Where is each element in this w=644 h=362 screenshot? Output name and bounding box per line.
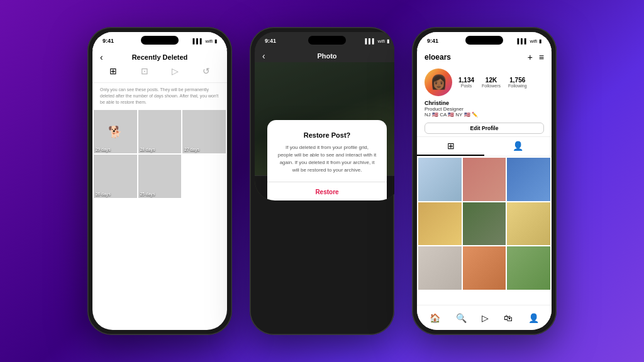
phone3-notch-bar: 9:41 ▌▌▌ wifi ▮: [417, 32, 552, 50]
grid-cell-2[interactable]: 28 days: [138, 110, 182, 153]
phone-3: 9:41 ▌▌▌ wifi ▮ eloears + ≡ 👩🏾 1,134 Pos…: [412, 27, 557, 335]
phone-1: 9:41 ▌▌▌ wifi ▮ ‹ Recently Deleted ⊞ ⊡ ▷…: [87, 27, 232, 335]
profile-bio: Christine Product Designer NJ 🇺🇸 CA 🇺🇸 N…: [417, 99, 552, 120]
tab-clock-icon[interactable]: ↺: [203, 66, 210, 76]
days-label-2: 28 days: [140, 147, 155, 151]
tab-video-icon[interactable]: ▷: [172, 66, 179, 76]
battery-icon2: ▮: [387, 38, 389, 44]
phone2-time: 9:41: [265, 38, 276, 44]
followers-count: 12K: [486, 77, 497, 84]
tab-grid-icon[interactable]: ⊞: [109, 66, 117, 76]
stat-posts: 1,134 Posts: [458, 77, 474, 88]
signal-icon3: ▌▌▌: [517, 38, 528, 44]
tab-tagged-icon[interactable]: 👤: [484, 137, 552, 156]
phone1-title: Recently Deleted: [132, 53, 188, 61]
phone2-screen: 9:41 ▌▌▌ wifi ▮ ‹ Photo Restore Post? If…: [255, 32, 394, 200]
grid-cell-4[interactable]: 26 days: [94, 155, 137, 198]
pcell-1[interactable]: [418, 158, 462, 201]
phone2-topbar: ‹ Photo: [255, 50, 394, 62]
phone1-time: 9:41: [103, 38, 114, 44]
grid-cell-1[interactable]: 29 days: [94, 110, 137, 153]
grid-cell-3[interactable]: 27 days: [182, 110, 226, 153]
stat-followers: 12K Followers: [482, 77, 501, 88]
phone3-time: 9:41: [427, 38, 438, 44]
dialog-body: If you deleted it from your profile grid…: [277, 144, 377, 174]
nav3-home-icon[interactable]: 🏠: [430, 313, 440, 323]
edit-profile-button[interactable]: Edit Profile: [425, 123, 544, 134]
days-label-3: 27 days: [184, 147, 199, 151]
signal-icon: ▌▌▌: [192, 38, 203, 44]
followers-label: Followers: [482, 84, 501, 88]
pcell-3[interactable]: [507, 158, 550, 201]
wifi-icon3: wifi: [530, 38, 537, 44]
wifi-icon2: wifi: [377, 38, 385, 44]
profile-photo-grid: [417, 156, 552, 291]
phone1-notch-pill: [141, 36, 179, 45]
phone1-tabs: ⊞ ⊡ ▷ ↺: [92, 63, 227, 79]
phone2-notch-pill: [308, 36, 346, 45]
phone1-photo-grid: 29 days 28 days 27 days 26 days 25 days: [92, 109, 227, 199]
posts-count: 1,134: [458, 77, 474, 84]
grid-cell-5[interactable]: 25 days: [138, 155, 182, 198]
signal-icon2: ▌▌▌: [365, 38, 375, 44]
phone3-status-icons: ▌▌▌ wifi ▮: [517, 38, 541, 44]
tab-grid-icon[interactable]: ⊞: [417, 137, 484, 156]
back-button[interactable]: ‹: [100, 52, 103, 62]
pcell-7[interactable]: [418, 246, 462, 290]
stats-row: 1,134 Posts 12K Followers 1,756 Followin…: [458, 77, 544, 88]
pcell-9[interactable]: [507, 246, 550, 290]
dialog-title: Restore Post?: [277, 131, 377, 139]
pcell-5[interactable]: [463, 202, 506, 246]
following-label: Following: [508, 84, 527, 88]
phone3-bottom-nav: 🏠 🔍 ▷ 🛍 👤: [417, 305, 552, 330]
nav3-shop-icon[interactable]: 🛍: [504, 313, 513, 323]
pcell-2[interactable]: [463, 158, 506, 201]
profile-job: Product Designer: [425, 106, 544, 112]
phone-2: 9:41 ▌▌▌ wifi ▮ ‹ Photo Restore Post? If…: [250, 27, 394, 335]
profile-info: 👩🏾 1,134 Posts 12K Followers 1,756 Follo…: [417, 65, 552, 99]
phone2-status-icons: ▌▌▌ wifi ▮: [365, 38, 389, 44]
profile-top-icons: + ≡: [528, 52, 544, 62]
pcell-4[interactable]: [418, 202, 462, 246]
stat-following: 1,756 Following: [508, 77, 527, 88]
phone3-notch-pill: [465, 36, 503, 45]
phone2-title: Photo: [317, 52, 336, 60]
wifi-icon: wifi: [205, 38, 213, 44]
add-post-icon[interactable]: +: [528, 52, 533, 62]
nav3-profile-icon[interactable]: 👤: [528, 313, 539, 323]
phone2-back-button[interactable]: ‹: [262, 51, 265, 61]
days-label-1: 29 days: [96, 147, 111, 151]
following-count: 1,756: [509, 77, 525, 84]
restore-button[interactable]: Restore: [277, 182, 377, 200]
profile-username: eloears: [425, 53, 451, 62]
pcell-6[interactable]: [507, 202, 550, 246]
phone1-screen: 9:41 ▌▌▌ wifi ▮ ‹ Recently Deleted ⊞ ⊡ ▷…: [92, 32, 227, 330]
phone2-notch-bar: 9:41 ▌▌▌ wifi ▮: [255, 32, 394, 50]
profile-tabs: ⊞ 👤: [417, 136, 552, 156]
posts-label: Posts: [461, 84, 472, 88]
phone3-topbar: eloears + ≡: [417, 50, 552, 65]
phone1-topbar: ‹ Recently Deleted: [92, 50, 227, 63]
days-label-4: 26 days: [96, 192, 111, 196]
battery-icon: ▮: [214, 38, 217, 44]
days-label-5: 25 days: [140, 192, 155, 196]
nav3-reels-icon[interactable]: ▷: [482, 313, 489, 323]
phone3-screen: 9:41 ▌▌▌ wifi ▮ eloears + ≡ 👩🏾 1,134 Pos…: [417, 32, 552, 330]
profile-location: NJ 🇺🇸 CA 🇺🇸 NY 🇺🇸 ✏️: [425, 112, 544, 118]
avatar: 👩🏾: [425, 69, 452, 96]
restore-dialog: Restore Post? If you deleted it from you…: [267, 120, 387, 200]
phone1-header: ‹ Recently Deleted ⊞ ⊡ ▷ ↺: [92, 50, 227, 83]
phone1-notch-bar: 9:41 ▌▌▌ wifi ▮: [92, 32, 227, 50]
tab-archive-icon[interactable]: ⊡: [141, 66, 148, 76]
profile-name: Christine: [425, 100, 544, 106]
phone1-status-icons: ▌▌▌ wifi ▮: [192, 38, 217, 44]
battery-icon3: ▮: [539, 38, 541, 44]
nav3-search-icon[interactable]: 🔍: [456, 313, 467, 323]
phone1-info-text: Only you can see these posts. They will …: [92, 83, 227, 109]
pcell-8[interactable]: [463, 246, 506, 290]
menu-icon[interactable]: ≡: [539, 52, 544, 62]
